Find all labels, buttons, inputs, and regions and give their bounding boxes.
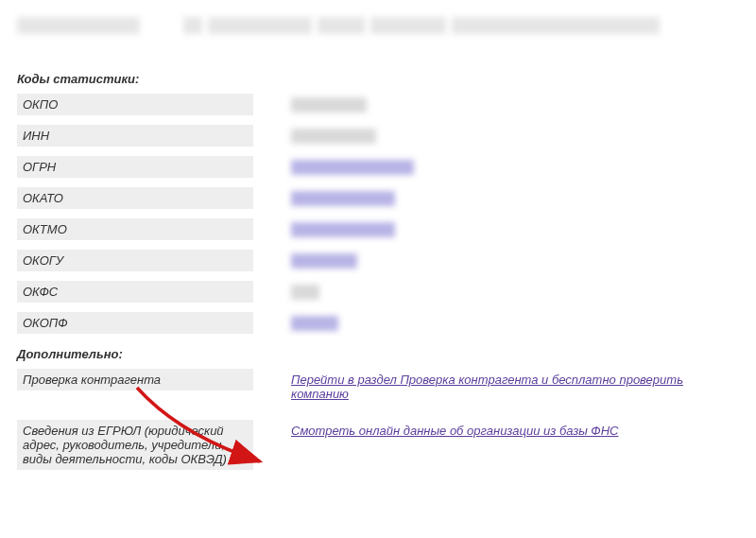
stat-label: ИНН: [17, 125, 253, 147]
stat-value: [253, 250, 739, 275]
blurred-value: [291, 222, 395, 237]
stat-label: ОГРН: [17, 156, 253, 178]
top-blurred-header: [17, 17, 739, 34]
stat-value: [253, 94, 739, 119]
additional-value: Смотреть онлайн данные об организации из…: [253, 420, 739, 442]
stat-label: ОКТМО: [17, 218, 253, 240]
stat-value: [253, 218, 739, 244]
stat-row: ОКФС: [17, 281, 739, 306]
stat-label: ОКФС: [17, 281, 253, 303]
statistics-heading: Коды статистики:: [17, 72, 739, 86]
additional-label: Сведения из ЕГРЮЛ (юридический адрес, ру…: [17, 420, 253, 470]
egrul-data-link[interactable]: Смотреть онлайн данные об организации из…: [291, 424, 618, 438]
blurred-value: [291, 191, 395, 206]
stat-label: ОКОГУ: [17, 250, 253, 271]
stat-row: ОКОПФ: [17, 312, 739, 338]
stat-value: [253, 312, 739, 338]
stat-row: ОГРН: [17, 156, 739, 182]
stat-row: ОКОГУ: [17, 250, 739, 275]
blurred-value: [291, 129, 376, 144]
stat-row: ОКТМО: [17, 218, 739, 244]
stat-label: ОКПО: [17, 94, 253, 115]
stat-value: [253, 125, 739, 150]
additional-row: Сведения из ЕГРЮЛ (юридический адрес, ру…: [17, 420, 739, 470]
stat-value: [253, 187, 739, 213]
stat-value: [253, 281, 739, 306]
stat-row: ИНН: [17, 125, 739, 150]
blurred-value: [291, 285, 319, 300]
blurred-value: [291, 97, 367, 113]
stat-row: ОКПО: [17, 94, 739, 119]
counterparty-check-link[interactable]: Перейти в раздел Проверка контрагента и …: [291, 373, 683, 401]
additional-row: Проверка контрагентаПерейти в раздел Про…: [17, 369, 739, 405]
blurred-value: [291, 160, 414, 175]
additional-label: Проверка контрагента: [17, 369, 253, 390]
stat-label: ОКАТО: [17, 187, 253, 209]
stat-value: [253, 156, 739, 182]
additional-value: Перейти в раздел Проверка контрагента и …: [253, 369, 739, 405]
stat-label: ОКОПФ: [17, 312, 253, 334]
blurred-value: [291, 316, 338, 331]
stat-row: ОКАТО: [17, 187, 739, 213]
blurred-value: [291, 253, 357, 269]
additional-heading: Дополнительно:: [17, 347, 739, 361]
